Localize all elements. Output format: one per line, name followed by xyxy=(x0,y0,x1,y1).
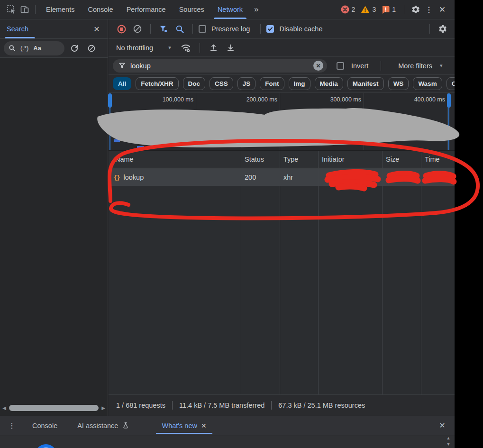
column-header-size[interactable]: Size xyxy=(382,151,421,168)
chip-all[interactable]: All xyxy=(113,77,131,90)
tab-elements[interactable]: Elements xyxy=(39,0,81,19)
divider xyxy=(429,24,430,34)
throttling-toolbar: No throttling ▾ xyxy=(109,39,455,57)
tab-console[interactable]: Console xyxy=(81,0,119,19)
invert-checkbox[interactable] xyxy=(337,62,344,70)
more-filters-caret-icon: ▾ xyxy=(440,63,443,69)
chip-img[interactable]: Img xyxy=(289,77,310,90)
network-status-bar: 1 / 681 requests 11.4 kB / 7.5 MB transf… xyxy=(109,394,455,416)
close-whats-new-icon[interactable]: ✕ xyxy=(201,422,207,430)
device-toolbar-icon[interactable] xyxy=(18,3,31,16)
warning-badge-icon xyxy=(361,5,370,14)
search-panel: Search ✕ (.*) Aa xyxy=(0,19,108,416)
column-header-type[interactable]: Type xyxy=(280,151,318,168)
divider xyxy=(200,43,200,53)
transferred-summary: 11.4 kB / 7.5 MB transferred xyxy=(179,402,264,409)
drawer-tab-console[interactable]: Console xyxy=(25,416,65,435)
close-drawer-icon[interactable]: ✕ xyxy=(436,421,449,430)
divider xyxy=(150,24,151,34)
clear-search-icon[interactable] xyxy=(84,41,99,55)
drawer-tab-ai-assistance[interactable]: AI assistance xyxy=(70,416,137,435)
scroll-up-icon[interactable]: ▲ xyxy=(444,435,453,441)
network-activity-mark xyxy=(137,146,144,148)
divider xyxy=(172,401,173,410)
divider xyxy=(260,24,261,34)
chip-wasm[interactable]: Wasm xyxy=(413,77,442,90)
column-header-time[interactable]: Time xyxy=(421,151,455,168)
divider xyxy=(271,401,272,410)
chip-manifest[interactable]: Manifest xyxy=(347,77,384,90)
network-activity-mark xyxy=(114,139,120,142)
search-panel-header: Search ✕ xyxy=(0,19,108,39)
inspect-element-icon[interactable] xyxy=(5,3,18,16)
chip-js[interactable]: JS xyxy=(237,77,256,90)
timeline-tick: 400,000 ms xyxy=(393,96,445,103)
record-network-log-icon[interactable] xyxy=(114,22,128,36)
settings-gear-icon[interactable] xyxy=(409,3,422,16)
filter-input[interactable]: lookup ✕ xyxy=(113,59,327,73)
search-input[interactable]: (.*) Aa xyxy=(4,41,64,55)
kebab-menu-icon[interactable]: ⋮ xyxy=(422,3,436,16)
scroll-down-icon[interactable]: ▼ xyxy=(444,441,453,448)
filter-value: lookup xyxy=(130,62,309,70)
drawer-tab-bar: ⋮ Console AI assistance What's new ✕ ✕ xyxy=(0,416,455,435)
warning-count: 3 xyxy=(372,6,376,13)
chip-ws[interactable]: WS xyxy=(388,77,409,90)
whats-new-content: ▲ ▼ xyxy=(0,435,455,448)
close-devtools-icon[interactable]: ✕ xyxy=(436,3,449,16)
flask-icon xyxy=(122,421,129,430)
preserve-log-checkbox[interactable] xyxy=(199,25,206,33)
chip-media[interactable]: Media xyxy=(315,77,343,90)
case-sensitive-toggle[interactable]: Aa xyxy=(33,45,41,52)
network-settings-gear-icon[interactable] xyxy=(436,22,450,36)
invert-label: Invert xyxy=(351,62,368,70)
timeline-gridline xyxy=(280,93,280,150)
column-header-name[interactable]: Name xyxy=(109,151,241,168)
search-icon xyxy=(9,45,16,52)
scroll-right-icon[interactable]: ▶ xyxy=(99,405,108,411)
column-header-status[interactable]: Status xyxy=(241,151,280,168)
chip-fetch-xhr[interactable]: Fetch/XHR xyxy=(136,77,178,90)
clear-network-log-icon[interactable] xyxy=(130,22,145,36)
tab-performance[interactable]: Performance xyxy=(120,0,173,19)
throttling-select[interactable]: No throttling xyxy=(116,44,153,52)
search-panel-title: Search xyxy=(7,25,28,33)
whats-new-label: What's new xyxy=(162,422,197,430)
tab-network[interactable]: Network xyxy=(211,0,249,19)
drawer-tab-whats-new[interactable]: What's new ✕ xyxy=(154,416,214,435)
scrollbar-thumb[interactable] xyxy=(9,405,99,411)
network-overview-timeline[interactable]: 100,000 ms 200,000 ms 300,000 ms 400,000… xyxy=(109,93,455,151)
regex-toggle[interactable]: (.*) xyxy=(20,45,28,52)
drawer-vertical-scrollbar[interactable]: ▲ ▼ xyxy=(444,435,453,448)
more-tabs-icon[interactable]: » xyxy=(249,5,264,14)
timeline-gridline xyxy=(364,93,364,150)
timeline-gridline xyxy=(196,93,196,150)
network-conditions-icon[interactable] xyxy=(179,41,193,55)
chip-other[interactable]: Other xyxy=(447,77,455,90)
filter-icon[interactable] xyxy=(156,22,171,36)
export-har-icon[interactable] xyxy=(224,41,238,55)
table-row-lookup[interactable]: {} lookup 200 xhr xyxy=(109,168,455,186)
scroll-left-icon[interactable]: ◀ xyxy=(0,405,9,411)
refresh-icon[interactable] xyxy=(67,41,82,55)
devtools-window: Elements Console Performance Sources Net… xyxy=(0,0,455,448)
close-search-panel-icon[interactable]: ✕ xyxy=(91,25,103,34)
tab-sources[interactable]: Sources xyxy=(173,0,211,19)
chip-css[interactable]: CSS xyxy=(210,77,233,90)
disable-cache-label: Disable cache xyxy=(279,25,322,33)
chip-doc[interactable]: Doc xyxy=(183,77,206,90)
drawer-kebab-menu-icon[interactable]: ⋮ xyxy=(6,421,18,430)
chip-font[interactable]: Font xyxy=(260,77,284,90)
more-filters-button[interactable]: More filters xyxy=(398,62,432,70)
error-count: 2 xyxy=(352,6,355,13)
import-har-icon[interactable] xyxy=(207,41,221,55)
divider xyxy=(381,61,381,71)
column-header-initiator[interactable]: Initiator xyxy=(318,151,382,168)
console-status-badges[interactable]: 2 3 1 xyxy=(341,5,399,14)
network-search-icon[interactable] xyxy=(173,22,187,36)
divider xyxy=(192,24,193,34)
sidebar-horizontal-scrollbar[interactable]: ◀ ▶ xyxy=(0,402,108,413)
disable-cache-checkbox[interactable] xyxy=(266,25,274,33)
devtools-tab-bar: Elements Console Performance Sources Net… xyxy=(0,0,455,19)
clear-filter-icon[interactable]: ✕ xyxy=(313,61,323,71)
